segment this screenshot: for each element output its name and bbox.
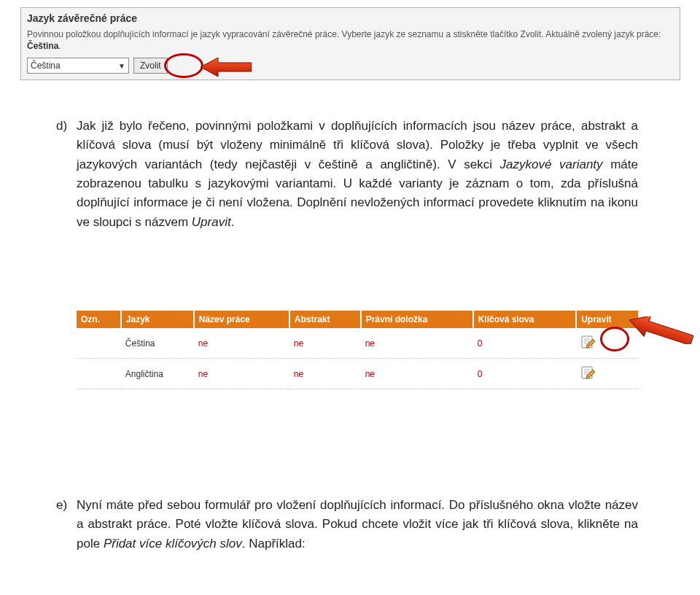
th-nazev: Název práce bbox=[194, 311, 289, 328]
td-lang: Čeština bbox=[121, 328, 194, 359]
th-abstrakt: Abstrakt bbox=[289, 311, 361, 328]
table-header-row: Ozn. Jazyk Název práce Abstrakt Právní d… bbox=[77, 311, 638, 328]
panel-body-pre: Povinnou položkou doplňujících informací… bbox=[27, 29, 661, 39]
svg-marker-0 bbox=[201, 58, 252, 77]
red-arrow-icon bbox=[201, 56, 252, 78]
paragraph-d: d) Jak již bylo řečeno, povinnými položk… bbox=[77, 117, 638, 232]
paragraph-e-marker: e) bbox=[56, 496, 67, 515]
variants-table: Ozn. Jazyk Název práce Abstrakt Právní d… bbox=[77, 311, 638, 389]
table-row: Angličtina ne ne ne 0 bbox=[77, 359, 638, 389]
panel-controls: Čeština ▼ Zvolit bbox=[27, 58, 674, 74]
panel-title: Jazyk závěrečné práce bbox=[27, 12, 674, 24]
language-select-value: Čeština bbox=[31, 61, 61, 71]
language-panel: Jazyk závěrečné práce Povinnou položkou … bbox=[20, 7, 680, 80]
paragraph-e-t2: . Například: bbox=[242, 537, 306, 551]
td-ozn bbox=[77, 328, 121, 359]
panel-body-post: . bbox=[58, 41, 61, 51]
td-abstrakt: ne bbox=[289, 359, 361, 389]
td-nazev: ne bbox=[194, 328, 289, 359]
edit-icon[interactable] bbox=[580, 334, 596, 350]
highlight-circle bbox=[164, 53, 203, 78]
td-dolozka: ne bbox=[361, 328, 473, 359]
paragraph-d-t3: . bbox=[231, 215, 235, 229]
th-klicova: Klíčová slova bbox=[473, 311, 577, 328]
th-ozn: Ozn. bbox=[77, 311, 121, 328]
table-row: Čeština ne ne ne 0 bbox=[77, 328, 638, 359]
svg-marker-13 bbox=[628, 316, 693, 344]
paragraph-d-marker: d) bbox=[56, 117, 67, 136]
td-edit bbox=[576, 359, 638, 389]
th-jazyk: Jazyk bbox=[121, 311, 194, 328]
panel-body: Povinnou položkou doplňujících informací… bbox=[27, 28, 674, 52]
variants-table-wrapper: Ozn. Jazyk Název práce Abstrakt Právní d… bbox=[77, 311, 638, 389]
chevron-down-icon: ▼ bbox=[118, 62, 125, 70]
th-dolozka: Právní doložka bbox=[361, 311, 473, 328]
td-nazev: ne bbox=[194, 359, 289, 389]
td-abstrakt: ne bbox=[289, 328, 361, 359]
zvolit-button[interactable]: Zvolit bbox=[133, 58, 168, 74]
td-ozn bbox=[77, 359, 121, 389]
td-lang: Angličtina bbox=[121, 359, 194, 389]
paragraph-e: e) Nyní máte před sebou formulář pro vlo… bbox=[77, 496, 638, 553]
td-klicova: 0 bbox=[473, 328, 577, 359]
edit-icon[interactable] bbox=[580, 365, 596, 381]
paragraph-d-i2: Upravit bbox=[192, 215, 231, 229]
panel-body-bold: Čeština bbox=[27, 41, 58, 51]
language-select[interactable]: Čeština ▼ bbox=[27, 58, 129, 74]
red-arrow-icon bbox=[628, 316, 693, 344]
paragraph-e-i1: Přidat více klíčových slov bbox=[104, 537, 242, 551]
td-klicova: 0 bbox=[473, 359, 577, 389]
td-dolozka: ne bbox=[361, 359, 473, 389]
paragraph-d-i1: Jazykové varianty bbox=[500, 158, 603, 171]
